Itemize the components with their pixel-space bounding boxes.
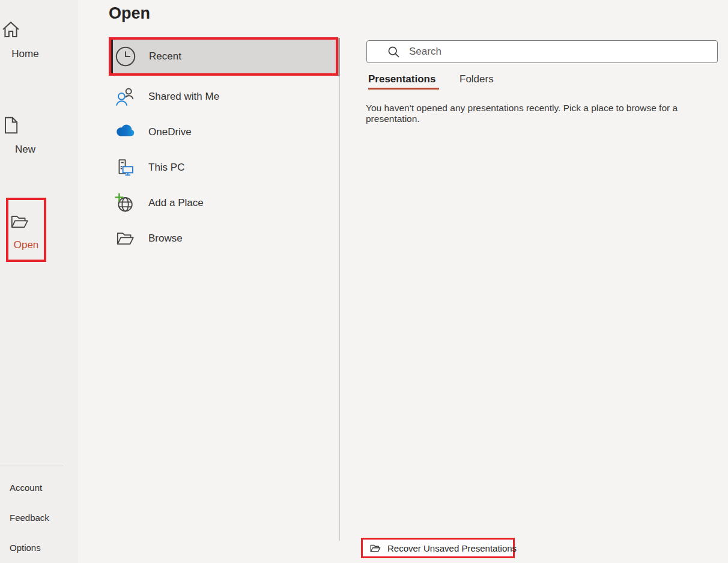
place-item-label: Browse bbox=[148, 233, 183, 245]
globe-plus-icon bbox=[114, 192, 136, 214]
annotation-box-recent: Recent bbox=[109, 37, 338, 76]
tab-folders[interactable]: Folders bbox=[460, 73, 494, 85]
sidebar-item-new[interactable]: New bbox=[0, 114, 50, 156]
place-item-label: OneDrive bbox=[148, 126, 192, 138]
page-title: Open bbox=[109, 4, 150, 23]
place-item-onedrive[interactable]: OneDrive bbox=[109, 114, 338, 150]
open-folder-icon bbox=[8, 211, 44, 231]
powerpoint-open-backstage: Home New Open bbox=[0, 0, 728, 563]
place-item-label: Recent bbox=[149, 50, 181, 62]
sidebar-item-account[interactable]: Account bbox=[10, 482, 42, 493]
place-item-this-pc[interactable]: This PC bbox=[109, 150, 338, 185]
shared-people-icon bbox=[114, 86, 136, 108]
recover-button-label: Recover Unsaved Presentations bbox=[387, 543, 517, 553]
place-item-shared-with-me[interactable]: Shared with Me bbox=[109, 79, 338, 114]
place-item-add-a-place[interactable]: Add a Place bbox=[109, 185, 338, 221]
active-tab-underline bbox=[368, 88, 439, 90]
place-item-browse[interactable]: Browse bbox=[109, 221, 338, 256]
app-sidebar: Home New Open bbox=[0, 0, 78, 563]
place-item-label: Shared with Me bbox=[148, 91, 219, 103]
sidebar-item-label: Open bbox=[8, 239, 44, 251]
sidebar-item-home[interactable]: Home bbox=[0, 19, 50, 60]
this-pc-icon bbox=[114, 157, 136, 178]
onedrive-cloud-icon bbox=[114, 121, 136, 143]
tab-presentations[interactable]: Presentations bbox=[368, 73, 435, 85]
new-document-icon bbox=[0, 114, 50, 136]
home-icon bbox=[0, 19, 50, 40]
place-item-label: Add a Place bbox=[148, 197, 204, 209]
sidebar-item-label: Home bbox=[0, 48, 50, 60]
empty-state-message: You haven't opened any presentations rec… bbox=[366, 103, 726, 124]
search-box bbox=[366, 40, 718, 63]
place-item-recent[interactable]: Recent bbox=[111, 40, 336, 73]
open-folder-icon bbox=[114, 228, 136, 249]
recover-unsaved-presentations-button[interactable]: Recover Unsaved Presentations bbox=[363, 540, 513, 556]
annotation-box-open: Open bbox=[6, 198, 46, 262]
sidebar-item-label: New bbox=[0, 144, 50, 156]
sidebar-divider bbox=[0, 466, 63, 466]
annotation-box-recover: Recover Unsaved Presentations bbox=[361, 538, 515, 558]
sidebar-item-options[interactable]: Options bbox=[10, 543, 41, 553]
scrollbar-thumb[interactable] bbox=[338, 38, 340, 76]
sidebar-item-feedback[interactable]: Feedback bbox=[10, 513, 49, 523]
open-folder-icon bbox=[369, 542, 381, 554]
sidebar-item-open[interactable]: Open bbox=[8, 211, 44, 251]
clock-icon bbox=[115, 46, 136, 67]
selected-indicator bbox=[111, 40, 113, 73]
place-item-label: This PC bbox=[148, 162, 184, 174]
search-input[interactable] bbox=[409, 41, 709, 62]
column-divider bbox=[339, 38, 340, 541]
search-icon bbox=[387, 46, 400, 58]
